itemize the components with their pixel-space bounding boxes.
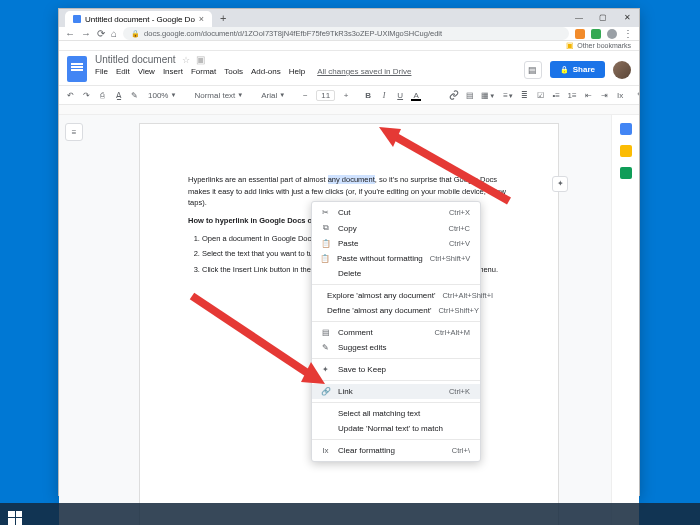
insert-comment-button[interactable]: ▤ [465, 91, 475, 100]
ctx-cut[interactable]: ✂CutCtrl+X [312, 205, 480, 220]
move-folder-icon[interactable]: ▣ [196, 54, 205, 65]
side-panel [611, 115, 639, 525]
clear-format-button[interactable]: Ix [615, 91, 625, 100]
shortcut: Ctrl+\ [452, 446, 470, 455]
ctx-label: Delete [338, 269, 470, 278]
ctx-link[interactable]: 🔗LinkCtrl+K [312, 384, 480, 399]
indent-inc-button[interactable]: ⇥ [599, 91, 609, 100]
separator [312, 380, 480, 381]
menu-view[interactable]: View [138, 67, 155, 76]
ctx-save-keep[interactable]: ✦Save to Keep [312, 362, 480, 377]
doc-title[interactable]: Untitled document [95, 54, 176, 65]
window-minimize-button[interactable]: — [567, 9, 591, 27]
home-button[interactable]: ⌂ [111, 28, 117, 39]
ctx-clear-format[interactable]: IxClear formattingCtrl+\ [312, 443, 480, 458]
ctx-suggest[interactable]: ✎Suggest edits [312, 340, 480, 355]
save-status[interactable]: All changes saved in Drive [317, 67, 411, 76]
bulleted-list-button[interactable]: •≡ [551, 91, 561, 100]
text: Hyperlinks are an essential part of almo… [188, 175, 328, 184]
redo-button[interactable]: ↷ [81, 91, 91, 100]
extension-icon[interactable] [591, 29, 601, 39]
ctx-paste[interactable]: 📋PasteCtrl+V [312, 236, 480, 251]
share-button[interactable]: Share [550, 61, 605, 78]
ctx-paste-plain[interactable]: 📋Paste without formattingCtrl+Shift+V [312, 251, 480, 266]
paint-format-button[interactable]: ✎ [129, 91, 139, 100]
font-value: Arial [261, 91, 277, 100]
calendar-icon[interactable] [620, 123, 632, 135]
window-close-button[interactable]: ✕ [615, 9, 639, 27]
indent-dec-button[interactable]: ⇤ [583, 91, 593, 100]
style-select[interactable]: Normal text▼ [191, 90, 246, 101]
browser-tab[interactable]: Untitled document - Google Do × [65, 11, 212, 27]
ctx-label: Comment [338, 328, 428, 337]
window-controls: — ▢ ✕ [567, 9, 639, 27]
menu-format[interactable]: Format [191, 67, 216, 76]
print-button[interactable]: ⎙ [97, 91, 107, 100]
numbered-list-button[interactable]: 1≡ [567, 91, 577, 100]
menu-file[interactable]: File [95, 67, 108, 76]
fontsize-inc[interactable]: + [341, 91, 351, 100]
explore-button[interactable]: ✦ [552, 176, 568, 192]
account-avatar[interactable] [613, 61, 631, 79]
address-bar[interactable]: 🔒 docs.google.com/document/d/1ZOoI73T8jN… [123, 27, 569, 40]
line-spacing-button[interactable]: ≣ [519, 91, 529, 100]
windows-taskbar[interactable] [0, 503, 700, 525]
menu-help[interactable]: Help [289, 67, 305, 76]
copy-icon: ⧉ [320, 223, 331, 233]
star-icon[interactable]: ☆ [182, 55, 190, 65]
comment-history-button[interactable]: ▤ [524, 61, 542, 79]
reload-button[interactable]: ⟳ [97, 28, 105, 39]
ctx-explore[interactable]: Explore 'almost any document'Ctrl+Alt+Sh… [312, 288, 480, 303]
menu-insert[interactable]: Insert [163, 67, 183, 76]
header-right: ▤ Share [524, 54, 631, 85]
bookmarks-bar: ▣ Other bookmarks [59, 41, 639, 51]
spellcheck-button[interactable]: A̲ [113, 91, 123, 100]
forward-button[interactable]: → [81, 28, 91, 39]
ctx-label: Select all matching text [338, 409, 470, 418]
ctx-delete[interactable]: Delete [312, 266, 480, 281]
chrome-menu-icon[interactable]: ⋮ [623, 28, 633, 39]
ctx-comment[interactable]: ▤CommentCtrl+Alt+M [312, 325, 480, 340]
url-text: docs.google.com/document/d/1ZOoI73T8jN4f… [144, 29, 442, 38]
other-bookmarks[interactable]: Other bookmarks [577, 42, 631, 49]
ctx-copy[interactable]: ⧉CopyCtrl+C [312, 220, 480, 236]
tab-close-icon[interactable]: × [199, 14, 204, 24]
clear-icon: Ix [320, 446, 331, 455]
checklist-button[interactable]: ☑ [535, 91, 545, 100]
menu-edit[interactable]: Edit [116, 67, 130, 76]
font-select[interactable]: Arial▼ [258, 90, 288, 101]
menu-tools[interactable]: Tools [224, 67, 243, 76]
docs-logo-icon[interactable] [67, 56, 87, 82]
profile-icon[interactable] [607, 29, 617, 39]
editing-mode-button[interactable]: ✎▼ [637, 91, 639, 100]
ctx-update-style[interactable]: Update 'Normal text' to match [312, 421, 480, 436]
undo-button[interactable]: ↶ [65, 91, 75, 100]
ctx-select-matching[interactable]: Select all matching text [312, 406, 480, 421]
back-button[interactable]: ← [65, 28, 75, 39]
separator [312, 284, 480, 285]
start-button[interactable] [6, 509, 24, 526]
keep-icon[interactable] [620, 145, 632, 157]
zoom-select[interactable]: 100%▼ [145, 90, 179, 101]
style-value: Normal text [194, 91, 235, 100]
fontsize-dec[interactable]: − [300, 91, 310, 100]
outline-toggle-button[interactable]: ≡ [65, 123, 83, 141]
insert-image-button[interactable]: ▦▼ [481, 91, 491, 100]
insert-link-button[interactable] [449, 90, 459, 100]
fontsize-input[interactable]: 11 [316, 90, 335, 101]
docs-toolbar: ↶ ↷ ⎙ A̲ ✎ 100%▼ Normal text▼ Arial▼ − 1… [59, 85, 639, 105]
menu-addons[interactable]: Add-ons [251, 67, 281, 76]
align-button[interactable]: ≡▼ [503, 91, 513, 100]
underline-button[interactable]: U [395, 91, 405, 100]
extension-icon[interactable] [575, 29, 585, 39]
ctx-label: Define 'almost any document' [327, 306, 431, 315]
separator [312, 439, 480, 440]
window-maximize-button[interactable]: ▢ [591, 9, 615, 27]
text-color-button[interactable]: A [411, 91, 421, 100]
new-tab-button[interactable]: + [220, 12, 226, 24]
tasks-icon[interactable] [620, 167, 632, 179]
ctx-define[interactable]: Define 'almost any document'Ctrl+Shift+Y [312, 303, 480, 318]
italic-button[interactable]: I [379, 91, 389, 100]
bold-button[interactable]: B [363, 91, 373, 100]
ruler[interactable] [59, 105, 639, 115]
